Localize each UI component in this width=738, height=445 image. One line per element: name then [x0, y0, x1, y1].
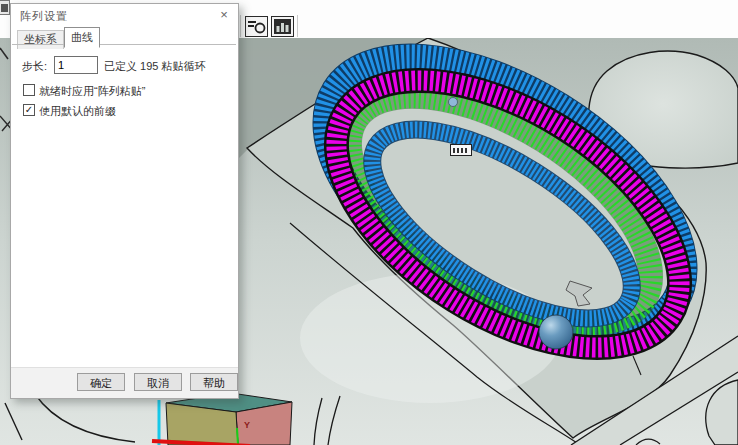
fragment-icon — [1, 4, 8, 12]
dialog-tabs: 坐标系曲线 — [17, 27, 100, 44]
default-prefix-row: ✓ 使用默认的前缀 — [23, 104, 228, 116]
defined-loops-text: 已定义 195 粘贴循环 — [104, 59, 205, 74]
array-instance-tag[interactable] — [450, 144, 472, 156]
curve-point-handle[interactable] — [449, 98, 458, 107]
tag-text-blur — [453, 148, 469, 153]
help-button[interactable]: 帮助 — [190, 373, 238, 391]
array-settings-dialog: 阵列设置 × 坐标系曲线 步长: 已定义 195 粘贴循环 就绪时应用“阵列粘贴… — [10, 3, 239, 399]
default-prefix-label: 使用默认的前缀 — [39, 104, 116, 119]
ok-button[interactable]: 确定 — [77, 373, 125, 391]
tab-coordinate-system[interactable]: 坐标系 — [17, 30, 64, 49]
toolbar-button-fragment[interactable] — [0, 0, 10, 15]
tab-curve[interactable]: 曲线 — [64, 27, 100, 48]
apply-on-ready-row: 就绪时应用“阵列粘贴” — [23, 84, 228, 96]
tab-underline — [12, 44, 236, 45]
y-axis-edge — [237, 428, 238, 445]
toolbar-separator — [297, 15, 298, 37]
dialog-footer: 确定 取消 帮助 — [11, 367, 238, 398]
render-icon[interactable] — [245, 16, 268, 37]
toolbar-separator — [240, 15, 241, 37]
dialog-titlebar[interactable]: 阵列设置 × — [11, 4, 238, 26]
application-window: Y 阵列设置 × 坐标系曲线 步长: 已定义 195 粘贴循环 就绪时应用“阵列… — [0, 0, 738, 445]
cube-axis-label: Y — [244, 420, 250, 430]
apply-on-ready-label: 就绪时应用“阵列粘贴” — [39, 84, 145, 99]
cancel-button[interactable]: 取消 — [134, 373, 182, 391]
checkbox-unchecked[interactable] — [23, 84, 35, 96]
sphere-handle[interactable] — [539, 315, 573, 349]
checkbox-checked[interactable]: ✓ — [23, 104, 35, 116]
close-icon[interactable]: × — [216, 7, 232, 23]
step-input[interactable] — [54, 56, 98, 74]
step-label: 步长: — [22, 59, 47, 74]
dialog-title: 阵列设置 — [20, 9, 68, 24]
step-row: 步长: 已定义 195 粘贴循环 — [22, 56, 232, 74]
histogram-icon[interactable] — [271, 16, 294, 37]
